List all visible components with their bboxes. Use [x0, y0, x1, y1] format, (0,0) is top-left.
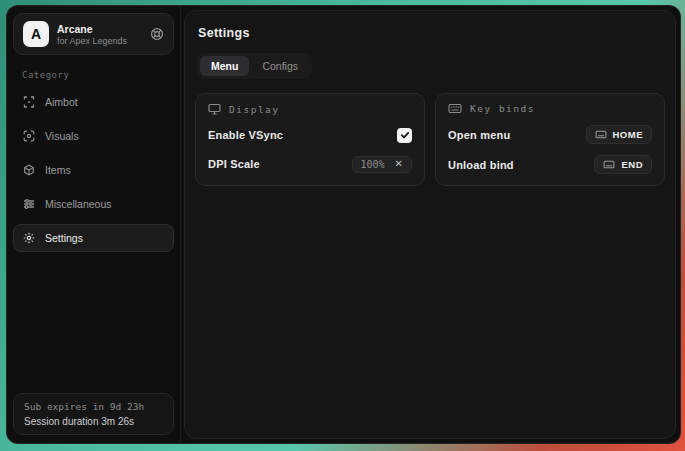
sub-expires-text: Sub expires in 9d 23h	[24, 401, 163, 412]
check-icon	[400, 130, 410, 140]
unload-bind-keybind[interactable]: END	[594, 155, 652, 174]
sidebar-nav: Aimbot Visuals Items	[13, 88, 174, 252]
vsync-row: Enable VSync	[208, 126, 412, 144]
session-card: Sub expires in 9d 23h Session duration 3…	[13, 393, 174, 435]
open-menu-key: HOME	[613, 129, 644, 140]
sliders-icon	[23, 198, 35, 210]
unload-bind-key: END	[621, 159, 643, 170]
sidebar-item-miscellaneous[interactable]: Miscellaneous	[13, 190, 174, 218]
logo-text: Arcane for Apex Legends	[57, 23, 127, 46]
sidebar-item-visuals[interactable]: Visuals	[13, 122, 174, 150]
sidebar-item-items[interactable]: Items	[13, 156, 174, 184]
app-title: Arcane	[57, 23, 127, 35]
page-title: Settings	[198, 26, 665, 40]
crosshair-icon	[23, 96, 35, 108]
main-panel: Settings Menu Configs Display	[184, 10, 676, 439]
sidebar-item-label: Aimbot	[45, 96, 78, 108]
dpi-scale-input[interactable]: 100% ✕	[352, 156, 412, 173]
sidebar-item-label: Settings	[45, 232, 83, 244]
monitor-icon	[208, 103, 221, 115]
tab-menu[interactable]: Menu	[200, 56, 249, 76]
keyboard-icon	[595, 130, 607, 139]
sidebar-item-settings[interactable]: Settings	[13, 224, 174, 252]
app-window: A Arcane for Apex Legends Category	[6, 5, 681, 444]
tab-bar: Menu Configs	[197, 53, 312, 79]
display-card-header: Display	[208, 103, 412, 115]
unload-bind-row: Unload bind END	[448, 155, 652, 174]
category-label: Category	[22, 70, 165, 80]
logo-card: A Arcane for Apex Legends	[13, 13, 174, 55]
dpi-row: DPI Scale 100% ✕	[208, 155, 412, 173]
open-menu-row: Open menu HOME	[448, 125, 652, 144]
keybinds-card-header: Key binds	[448, 103, 652, 114]
settings-cards: Display Enable VSync DPI Scale	[195, 93, 665, 186]
unload-bind-label: Unload bind	[448, 159, 514, 171]
keybinds-card-title: Key binds	[470, 103, 535, 114]
display-card-title: Display	[229, 104, 280, 115]
lifebuoy-icon[interactable]	[150, 27, 164, 41]
app-subtitle: for Apex Legends	[57, 36, 127, 46]
keyboard-icon	[603, 160, 615, 169]
cube-icon	[23, 164, 35, 176]
open-menu-keybind[interactable]: HOME	[586, 125, 653, 144]
app-logo: A	[23, 21, 49, 47]
gear-icon	[23, 232, 35, 244]
sidebar-item-label: Items	[45, 164, 71, 176]
open-menu-label: Open menu	[448, 129, 510, 141]
tab-configs[interactable]: Configs	[251, 56, 309, 76]
dpi-label: DPI Scale	[208, 158, 260, 170]
sidebar-item-label: Miscellaneous	[45, 198, 112, 210]
display-card: Display Enable VSync DPI Scale	[195, 93, 425, 186]
x-icon[interactable]: ✕	[395, 159, 403, 169]
main-wrap: Settings Menu Configs Display	[181, 6, 680, 443]
eye-scan-icon	[23, 130, 35, 142]
vsync-label: Enable VSync	[208, 129, 283, 141]
dpi-value: 100%	[361, 159, 385, 170]
sidebar-item-label: Visuals	[45, 130, 79, 142]
keyboard-icon	[448, 103, 462, 114]
vsync-checkbox[interactable]	[397, 128, 412, 143]
sidebar-item-aimbot[interactable]: Aimbot	[13, 88, 174, 116]
keybinds-card: Key binds Open menu HOME	[435, 93, 665, 186]
sidebar: A Arcane for Apex Legends Category	[7, 6, 181, 443]
session-duration-text: Session duration 3m 26s	[24, 416, 163, 427]
